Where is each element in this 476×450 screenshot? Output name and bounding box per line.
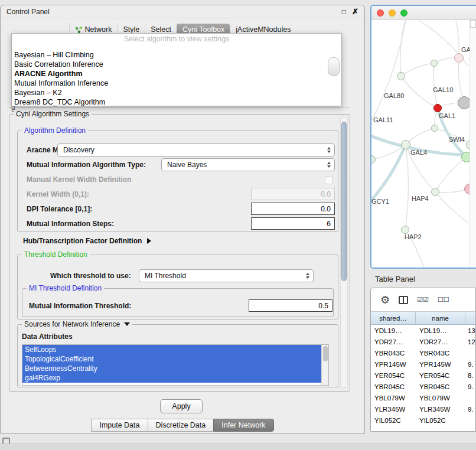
settings-group-title: Cyni Algorithm Settings bbox=[14, 110, 92, 118]
column-header-cut[interactable] bbox=[465, 312, 475, 324]
graph-node[interactable] bbox=[431, 60, 438, 67]
caret-down-icon bbox=[124, 322, 130, 326]
stepper-arrows-icon bbox=[327, 162, 331, 168]
cell-value: 9. bbox=[465, 361, 475, 368]
hub-definition-expander[interactable]: Hub/Transcription Factor Definition bbox=[23, 237, 151, 245]
obscured-groupbox-edge bbox=[9, 107, 350, 108]
graph-node[interactable] bbox=[458, 96, 470, 109]
network-canvas[interactable]: GAL80GALGAL10GAL11GAL1SWI4GAL4GCY1HAP4HA… bbox=[371, 20, 470, 268]
cell-name: YER054C bbox=[416, 372, 465, 379]
cell-shared-name: YLR345W bbox=[371, 406, 416, 413]
bottom-tab[interactable]: Infer Network bbox=[213, 419, 273, 432]
close-window-icon[interactable]: ✗ bbox=[352, 7, 358, 16]
graph-node-label: GAL10 bbox=[433, 86, 453, 93]
float-window-icon[interactable]: □ bbox=[342, 8, 346, 16]
bottom-tab-bar: Impute Data Discretize Data Infer Networ… bbox=[1, 419, 364, 432]
manual-kernel-width-checkbox[interactable] bbox=[325, 176, 333, 184]
graph-node[interactable] bbox=[454, 53, 464, 63]
aracne-mode-select[interactable]: Discovery bbox=[57, 144, 335, 156]
settings-scrollbar[interactable] bbox=[340, 118, 348, 388]
graph-node-label: GAL11 bbox=[373, 116, 393, 123]
list-item[interactable]: gal4RGexp bbox=[22, 373, 321, 383]
scrollbar-corner bbox=[470, 20, 476, 28]
apply-button[interactable]: Apply bbox=[160, 399, 203, 413]
network-vertical-scrollbar[interactable] bbox=[470, 20, 476, 268]
data-attributes-list[interactable]: SelfLoops TopologicalCoefficient Between… bbox=[22, 344, 329, 386]
graph-node[interactable] bbox=[464, 184, 470, 194]
stepper-arrows-icon bbox=[327, 147, 331, 153]
bottom-tab[interactable]: Discretize Data bbox=[148, 419, 214, 432]
cell-value: 9. bbox=[465, 383, 475, 390]
kernel-width-input[interactable]: 0.0 bbox=[251, 188, 335, 200]
dropdown-item[interactable]: Bayesian – Hill Climbing bbox=[12, 50, 341, 60]
columns-icon[interactable] bbox=[399, 296, 408, 304]
network-tab-icon bbox=[75, 26, 83, 34]
list-item-label: SelfLoops bbox=[25, 345, 56, 354]
table-row[interactable]: YBR045C YBR045C 9. bbox=[371, 381, 475, 392]
mi-threshold-input[interactable]: 0.5 bbox=[249, 299, 332, 312]
list-item[interactable]: TopologicalCoefficient bbox=[22, 354, 321, 364]
mi-threshold-label: Mutual Information Threshold: bbox=[29, 302, 131, 310]
list-scrollbar[interactable] bbox=[321, 345, 328, 385]
zoom-window-icon[interactable] bbox=[400, 9, 407, 17]
list-item[interactable]: SelfLoops bbox=[22, 345, 321, 354]
dpi-tolerance-value: 0.0 bbox=[321, 205, 331, 213]
cell-shared-name: YIL052C bbox=[371, 417, 416, 424]
gear-icon[interactable]: ⚙ bbox=[380, 295, 390, 305]
cell-value: 12 bbox=[465, 338, 475, 345]
table-row[interactable]: YPR145W YPR145W 9. bbox=[371, 358, 475, 370]
graph-node[interactable] bbox=[431, 125, 438, 132]
cell-shared-name: YBR045C bbox=[371, 383, 416, 390]
tab-label: jActiveMNodules bbox=[236, 25, 291, 34]
list-item-label: TopologicalCoefficient bbox=[25, 355, 94, 363]
sources-group-title[interactable]: Sources for Network Inference bbox=[22, 320, 132, 328]
table-row[interactable]: YIL052C YIL052C bbox=[371, 415, 475, 426]
data-attributes-label: Data Attributes bbox=[22, 332, 73, 341]
dropdown-item-list: Bayesian – Hill Climbing Basic Correlati… bbox=[12, 50, 341, 107]
graph-node[interactable] bbox=[461, 152, 470, 162]
mi-steps-input[interactable]: 6 bbox=[251, 217, 335, 230]
column-header-shared-name[interactable]: shared… bbox=[371, 312, 416, 324]
dropdown-item[interactable]: Basic Correlation Inference bbox=[12, 60, 341, 69]
dropdown-placeholder: Select algorithm to view settings bbox=[12, 34, 341, 44]
table-row[interactable]: YDR27… YDR27… 12 bbox=[371, 336, 475, 347]
graph-node-label: GAL4 bbox=[410, 149, 427, 156]
dropdown-item[interactable]: Mutual Information Inference bbox=[12, 79, 341, 88]
algorithm-dropdown-popup: Select algorithm to view settings Bayesi… bbox=[11, 33, 342, 106]
deselect-all-checkboxes-icon[interactable]: ☐☐ bbox=[438, 296, 449, 304]
bottom-tab[interactable]: Impute Data bbox=[91, 419, 147, 432]
table-row[interactable]: YBR043C YBR043C bbox=[371, 347, 475, 358]
bottom-tab-label: Infer Network bbox=[221, 421, 265, 429]
dropdown-scrollbar-thumb[interactable] bbox=[328, 57, 340, 76]
graph-node[interactable] bbox=[433, 104, 442, 112]
table-row[interactable]: YLR345W YLR345W 9. bbox=[371, 403, 475, 415]
which-threshold-select[interactable]: MI Threshold bbox=[139, 269, 314, 282]
minimize-window-icon[interactable] bbox=[389, 9, 396, 17]
graph-node[interactable] bbox=[431, 188, 439, 196]
settings-scrollbar-thumb[interactable] bbox=[341, 122, 347, 281]
manual-kernel-width-label: Manual Kernel Width Definition bbox=[27, 175, 131, 184]
desktop: Control Panel □ ✗ bbox=[0, 0, 476, 450]
select-all-checkboxes-icon[interactable]: ☑☑ bbox=[417, 296, 429, 304]
mi-algorithm-type-select[interactable]: Naive Bayes bbox=[161, 158, 335, 171]
table-header-row: shared… name bbox=[371, 312, 475, 325]
tab-label: Select bbox=[151, 25, 171, 34]
graph-node[interactable] bbox=[371, 155, 376, 164]
list-scrollbar-thumb[interactable] bbox=[323, 346, 328, 361]
dropdown-item[interactable]: Bayesian – K2 bbox=[12, 88, 341, 97]
table-row[interactable]: YBL079W YBL079W bbox=[371, 392, 475, 403]
dropdown-item[interactable]: Dream8 DC_TDC Algorithm bbox=[12, 97, 341, 107]
dpi-tolerance-input[interactable]: 0.0 bbox=[251, 203, 335, 215]
close-window-icon[interactable] bbox=[377, 9, 384, 17]
list-item[interactable]: BetweennessCentrality bbox=[22, 364, 321, 373]
table-row[interactable]: YDL19… YDL19… 13 bbox=[371, 325, 475, 336]
table-row[interactable]: YER054C YER054C 8. bbox=[371, 370, 475, 381]
control-panel-window: Control Panel □ ✗ bbox=[0, 5, 365, 434]
bottom-tab-label: Impute Data bbox=[99, 421, 139, 429]
column-header-name[interactable]: name bbox=[416, 312, 465, 324]
graph-node[interactable] bbox=[397, 72, 405, 80]
graph-node[interactable] bbox=[401, 226, 409, 234]
dropdown-item[interactable]: ARACNE Algorithm bbox=[12, 69, 341, 79]
graph-node-label: GAL1 bbox=[439, 112, 455, 119]
graph-node[interactable] bbox=[401, 140, 410, 149]
